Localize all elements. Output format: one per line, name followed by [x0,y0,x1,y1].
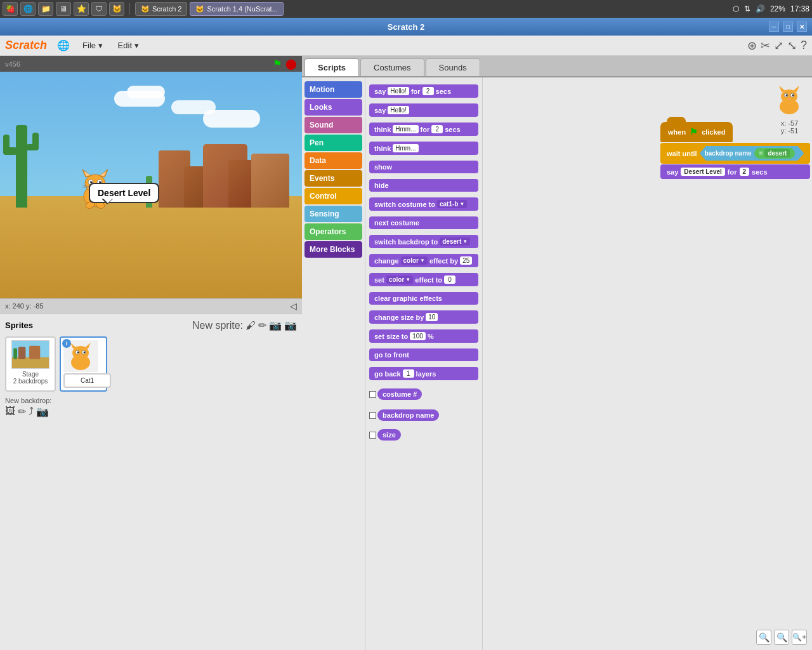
zoom-controls: 🔍 🔍 🔍+ [756,630,807,645]
new-sprite-label: New sprite: [192,320,243,331]
tabs: Scripts Costumes Sounds [302,56,812,77]
block-think[interactable]: think Hmm... [369,142,478,155]
category-motion[interactable]: Motion [304,81,362,98]
block-change-color-effect[interactable]: change color effect by 25 [369,254,478,267]
svg-point-10 [91,182,93,183]
tab-sounds[interactable]: Sounds [426,58,480,76]
upload-sprite-btn[interactable]: 📷 [269,319,282,331]
wait-until-block[interactable]: wait until backdrop name = desert [660,143,810,164]
upload-backdrop-btn[interactable]: ⤴ [29,406,34,418]
shrink-tool[interactable]: ⤡ [787,39,797,53]
close-btn[interactable]: ✕ [797,22,807,32]
category-looks[interactable]: Looks [304,99,362,116]
zoom-in-btn[interactable]: 🔍+ [792,630,807,645]
costume-num-checkbox[interactable] [369,391,376,398]
maximize-btn[interactable]: □ [783,22,793,32]
block-think-secs[interactable]: think Hmm... for 2 secs [369,123,478,136]
edit-menu[interactable]: Edit ▾ [113,38,144,53]
category-more-blocks[interactable]: More Blocks [304,241,362,258]
bluetooth-icon: ⬡ [733,4,739,13]
stage-canvas[interactable]: Desert Level [0,72,302,298]
taskbar-cat-btn[interactable]: 🐱 [109,2,124,16]
reporter-size[interactable]: size [377,429,401,441]
block-switch-costume[interactable]: switch costume to cat1-b [369,197,478,211]
time-label: 17:38 [790,4,809,13]
backdrop-tools: 🖼 ✏ ⤴ 📷 [5,406,297,418]
block-change-size[interactable]: change size by 10 [369,310,478,324]
grow-tool[interactable]: ⤢ [774,39,783,53]
block-next-costume[interactable]: next costume [369,216,478,229]
taskbar-files-btn[interactable]: 📁 [38,2,53,16]
globe-icon[interactable]: 🌐 [57,39,70,51]
block-set-color-effect[interactable]: set color effect to 0 [369,273,478,286]
zoom-out-btn[interactable]: 🔍 [756,630,771,645]
category-control[interactable]: Control [304,188,362,204]
stop-btn[interactable]: ⬤ [285,58,297,70]
taskbar-separator [129,3,130,15]
secs-value: 2 [740,168,750,176]
taskbar-scratch14-window[interactable]: 🐱 Scratch 1.4 (NuScrat... [190,2,283,16]
script-canvas[interactable]: x: -57 y: -51 when ⚑ clicked [483,77,812,650]
draw-sprite-btn[interactable]: ✏ [258,319,266,331]
size-checkbox[interactable] [369,432,376,439]
category-events[interactable]: Events [304,170,362,187]
taskbar-globe-btn[interactable]: 🌐 [20,2,36,16]
sprites-header: Sprites New sprite: 🖌 ✏ 📷 📷 [5,319,297,331]
cat-sprite-item[interactable]: i Cat1 [60,336,107,392]
minimize-btn[interactable]: ─ [769,22,779,32]
delete-tool[interactable]: ✂ [761,39,770,53]
block-set-size[interactable]: set size to 100 % [369,329,478,343]
draw-backdrop-btn[interactable]: ✏ [18,406,26,418]
reporter-costume-num[interactable]: costume # [377,388,422,400]
taskbar-menu-btn[interactable]: 🍓 [3,2,18,16]
paint-backdrop-btn[interactable]: 🖼 [5,406,15,418]
wait-label: wait until [667,150,697,157]
block-switch-backdrop[interactable]: switch backdrop to desert [369,235,478,248]
category-operators[interactable]: Operators [304,223,362,240]
sprites-panel: Sprites New sprite: 🖌 ✏ 📷 📷 [0,313,302,650]
tab-costumes[interactable]: Costumes [360,58,424,76]
block-go-back-layers[interactable]: go back 1 layers [369,367,478,380]
stage-header: v456 ⚑ ⬤ [0,56,302,72]
taskbar-shield-btn[interactable]: 🛡 [91,2,107,16]
backdrop-name-checkbox[interactable] [369,412,376,419]
category-sound[interactable]: Sound [304,117,362,133]
coords-bar: x: 240 y: -85 ◁ [0,298,302,313]
block-clear-graphic-effects[interactable]: clear graphic effects [369,292,478,305]
new-backdrop-section: New backdrop: 🖼 ✏ ⤴ 📷 [5,397,297,418]
stage-resize-btn[interactable]: ◁ [290,301,297,311]
secs-label: secs [752,168,767,176]
cactus-arm-left-v [3,135,10,150]
tab-scripts[interactable]: Scripts [304,58,359,76]
canvas-script-1: when ⚑ clicked wait until backdrop name [660,122,810,179]
help-tool[interactable]: ? [801,39,807,52]
file-menu[interactable]: File ▾ [77,38,108,53]
camera-backdrop-btn[interactable]: 📷 [36,406,49,418]
when-flag-clicked-block[interactable]: when ⚑ clicked [660,122,733,142]
say-label-canvas: say [667,168,678,176]
duplicate-tool[interactable]: ⊕ [747,39,757,53]
block-say-secs[interactable]: say Hello! for 2 secs [369,84,478,98]
block-go-to-front[interactable]: go to front [369,348,478,361]
stage-sprite-item[interactable]: Stage 2 backdrops [5,336,56,392]
sprite-info-btn[interactable]: i [62,339,71,348]
category-data[interactable]: Data [304,152,362,169]
block-show[interactable]: show [369,161,478,173]
taskbar-scratch2-window[interactable]: 🐱 Scratch 2 [135,2,187,16]
green-flag-canvas-icon: ⚑ [690,127,698,137]
battery-label: 22% [770,4,785,13]
say-desert-level-block[interactable]: say Desert Level for 2 secs [660,164,810,179]
scratch14-icon: 🐱 [195,5,204,13]
zoom-reset-btn[interactable]: 🔍 [774,630,789,645]
taskbar-terminal-btn[interactable]: 🖥 [56,2,71,16]
reporter-backdrop-name[interactable]: backdrop name [377,409,439,421]
search-sprite-btn[interactable]: 📷 [284,319,297,331]
category-pen[interactable]: Pen [304,135,362,151]
taskbar-star-btn[interactable]: ⭐ [74,2,89,16]
block-say[interactable]: say Hello! [369,103,478,117]
cloud4 [203,110,260,128]
block-hide[interactable]: hide [369,179,478,192]
green-flag-btn[interactable]: ⚑ [273,58,282,70]
paint-sprite-btn[interactable]: 🖌 [246,320,256,331]
category-sensing[interactable]: Sensing [304,206,362,222]
